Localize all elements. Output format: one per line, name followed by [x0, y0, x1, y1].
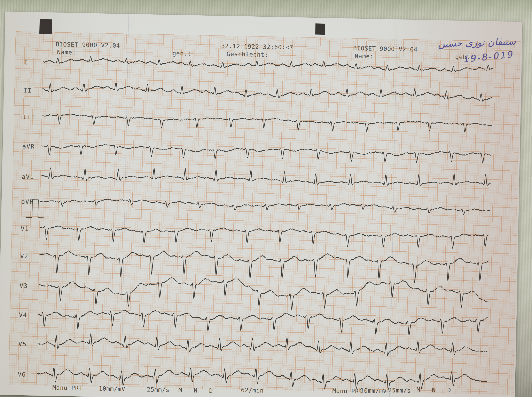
footer-filters-left: M N D	[178, 386, 217, 394]
ecg-trace-V5	[38, 332, 487, 358]
footer-speed-left: 25mm/s	[147, 386, 170, 393]
ecg-traces	[0, 12, 522, 397]
ecg-paper-sheet: BIOSET 9000 V2.04 Name: geb.: 32.12.1922…	[0, 12, 522, 397]
ecg-trace-V4	[38, 308, 488, 337]
ecg-trace-V3	[38, 273, 488, 314]
footer-gain-right: 10mm/mV	[360, 387, 387, 395]
footer-mode-right: Manu PR1	[332, 387, 363, 395]
ecg-trace-V1	[40, 224, 489, 250]
heart-rate-value: 62/min	[241, 386, 264, 394]
footer-filters-right: M N D	[417, 386, 455, 394]
ecg-trace-II	[43, 81, 492, 102]
footer-gain-left: 10mm/mV	[99, 385, 125, 393]
photo-of-ecg-printout: { "header": { "model": "BIOSET 9000 V2.0…	[0, 0, 532, 397]
ecg-trace-aVF	[40, 197, 490, 216]
calibration-pulse	[26, 199, 44, 218]
ecg-trace-III	[42, 113, 492, 134]
ecg-trace-aVL	[41, 165, 491, 188]
ecg-trace-I	[43, 56, 493, 73]
footer-mode-left: Manu PR1	[52, 384, 83, 392]
footer-speed-right: 25mm/s	[388, 387, 411, 394]
ecg-trace-aVR	[41, 143, 491, 164]
ecg-trace-V2	[39, 248, 489, 284]
